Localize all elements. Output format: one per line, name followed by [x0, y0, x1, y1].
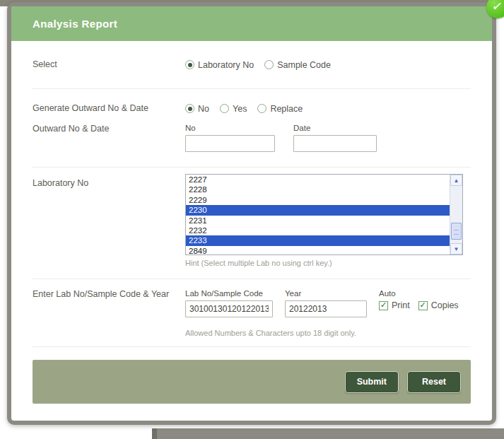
dialog-content: Select Laboratory No Sample Code Generat… — [11, 41, 492, 404]
outward-date-input[interactable] — [293, 135, 377, 152]
radio-sample-code[interactable]: Sample Code — [264, 60, 331, 70]
divider — [33, 346, 471, 347]
radio-laboratory-no[interactable]: Laboratory No — [185, 60, 254, 70]
radio-circle-icon — [264, 60, 274, 69]
copies-checkbox[interactable]: Copies — [418, 300, 459, 310]
generate-radio-group: No Yes Replace — [185, 104, 313, 114]
auto-group: Auto Print Copies — [379, 289, 467, 310]
footer-bar: Submit Reset — [33, 360, 471, 404]
background-page-bottom-bar — [152, 428, 504, 439]
radio-circle-icon — [185, 104, 194, 113]
year-field-label: Year — [285, 289, 367, 298]
radio-label: Laboratory No — [198, 60, 254, 70]
radio-yes[interactable]: Yes — [220, 104, 247, 114]
outward-no-date-label: Outward No & Date — [33, 124, 185, 134]
radio-circle-icon — [220, 104, 229, 113]
scroll-down-icon[interactable]: ▼ — [450, 243, 462, 254]
scrollbar-thumb[interactable] — [451, 223, 462, 240]
listbox-option[interactable]: 2229 — [186, 195, 450, 205]
listbox-option[interactable]: 2230 — [186, 205, 450, 215]
outward-date-group: Date — [293, 124, 377, 152]
radio-circle-icon — [185, 60, 194, 69]
laboratory-no-row: Laboratory No 22272228222922302231223222… — [33, 168, 471, 279]
listbox-scrollbar[interactable]: ▲ ▼ — [450, 175, 462, 254]
dialog-title: Analysis Report — [33, 18, 117, 30]
checkbox-icon — [418, 301, 428, 310]
dialog-header: Analysis Report — [11, 6, 492, 41]
scroll-up-icon[interactable]: ▲ — [450, 175, 462, 186]
listbox-option[interactable]: 2227 — [186, 175, 450, 185]
radio-circle-icon — [257, 104, 266, 113]
outward-date-field-label: Date — [293, 124, 377, 132]
enter-lab-label: Enter Lab No/Sample Code & Year — [33, 289, 174, 300]
outward-no-field-label: No — [185, 124, 275, 132]
radio-label: No — [198, 104, 209, 114]
background-page-bottom-bar-edge — [152, 428, 157, 439]
laboratory-hint: Hint (Select multiple Lab no using ctrl … — [185, 259, 463, 267]
listbox-option[interactable]: 2228 — [186, 185, 450, 194]
listbox-option[interactable]: 2232 — [186, 226, 450, 235]
submit-button[interactable]: Submit — [345, 371, 399, 393]
radio-label: Replace — [270, 104, 303, 114]
radio-label: Yes — [233, 104, 247, 114]
outward-no-group: No — [185, 124, 275, 152]
year-input[interactable] — [285, 300, 367, 317]
generate-outward-label: Generate Outward No & Date — [33, 103, 185, 114]
listbox-option[interactable]: 2233 — [186, 235, 450, 245]
lab-code-input[interactable] — [185, 300, 273, 317]
listbox-options: 22272228222922302231223222332849 — [186, 175, 450, 254]
outward-no-input[interactable] — [185, 135, 275, 152]
lab-code-field-label: Lab No/Sample Code — [185, 289, 273, 298]
enter-lab-row: Enter Lab No/Sample Code & Year Lab No/S… — [33, 279, 471, 346]
radio-replace[interactable]: Replace — [257, 104, 303, 114]
select-label: Select — [33, 59, 185, 70]
outward-no-date-row: Outward No & Date No Date — [33, 114, 471, 167]
year-group: Year — [285, 289, 367, 317]
listbox-option[interactable]: 2231 — [186, 216, 450, 226]
auto-label: Auto — [379, 289, 467, 298]
laboratory-listbox-wrap: 22272228222922302231223222332849 ▲ ▼ Hin… — [185, 174, 463, 267]
lab-code-group: Lab No/Sample Code — [185, 289, 273, 317]
laboratory-listbox[interactable]: 22272228222922302231223222332849 ▲ ▼ — [185, 174, 463, 255]
analysis-report-dialog: Analysis Report Select Laboratory No Sam… — [7, 2, 496, 425]
auto-checkbox-row: Print Copies — [379, 300, 467, 310]
checkbox-label: Copies — [431, 300, 459, 310]
select-radio-group: Laboratory No Sample Code — [185, 60, 341, 70]
radio-label: Sample Code — [277, 60, 331, 70]
reset-button[interactable]: Reset — [407, 371, 461, 393]
checkbox-label: Print — [392, 300, 410, 310]
laboratory-no-label: Laboratory No — [33, 174, 185, 189]
radio-no[interactable]: No — [185, 104, 209, 114]
select-row: Select Laboratory No Sample Code — [33, 41, 471, 88]
listbox-option[interactable]: 2849 — [186, 246, 450, 254]
print-checkbox[interactable]: Print — [379, 300, 410, 310]
check-icon: ✓ — [491, 0, 504, 15]
allowed-characters-hint: Allowed Numbers & Characters upto 18 dig… — [185, 329, 467, 337]
checkbox-icon — [379, 301, 388, 310]
enter-lab-fields: Lab No/Sample Code Year Auto Print — [185, 289, 467, 337]
generate-outward-row: Generate Outward No & Date No Yes Replac… — [33, 89, 471, 114]
